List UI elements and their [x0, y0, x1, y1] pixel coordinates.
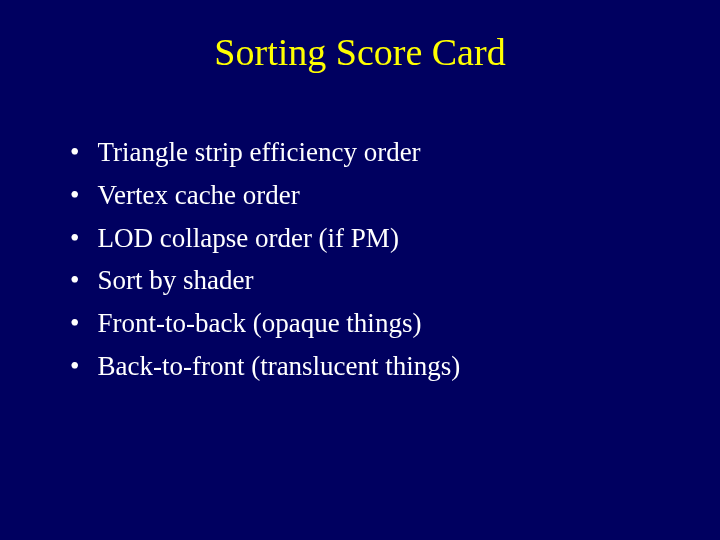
bullet-text: LOD collapse order (if PM) [97, 220, 670, 258]
bullet-icon: • [70, 305, 79, 343]
list-item: • Vertex cache order [70, 177, 670, 215]
slide-container: Sorting Score Card • Triangle strip effi… [0, 0, 720, 540]
list-item: • Back-to-front (translucent things) [70, 348, 670, 386]
list-item: • Triangle strip efficiency order [70, 134, 670, 172]
bullet-text: Sort by shader [97, 262, 670, 300]
list-item: • Sort by shader [70, 262, 670, 300]
bullet-text: Back-to-front (translucent things) [97, 348, 670, 386]
bullet-list: • Triangle strip efficiency order • Vert… [50, 134, 670, 386]
bullet-icon: • [70, 134, 79, 172]
bullet-text: Vertex cache order [97, 177, 670, 215]
list-item: • Front-to-back (opaque things) [70, 305, 670, 343]
bullet-icon: • [70, 177, 79, 215]
bullet-icon: • [70, 348, 79, 386]
bullet-icon: • [70, 220, 79, 258]
slide-title: Sorting Score Card [50, 30, 670, 74]
bullet-text: Triangle strip efficiency order [97, 134, 670, 172]
list-item: • LOD collapse order (if PM) [70, 220, 670, 258]
bullet-icon: • [70, 262, 79, 300]
bullet-text: Front-to-back (opaque things) [97, 305, 670, 343]
